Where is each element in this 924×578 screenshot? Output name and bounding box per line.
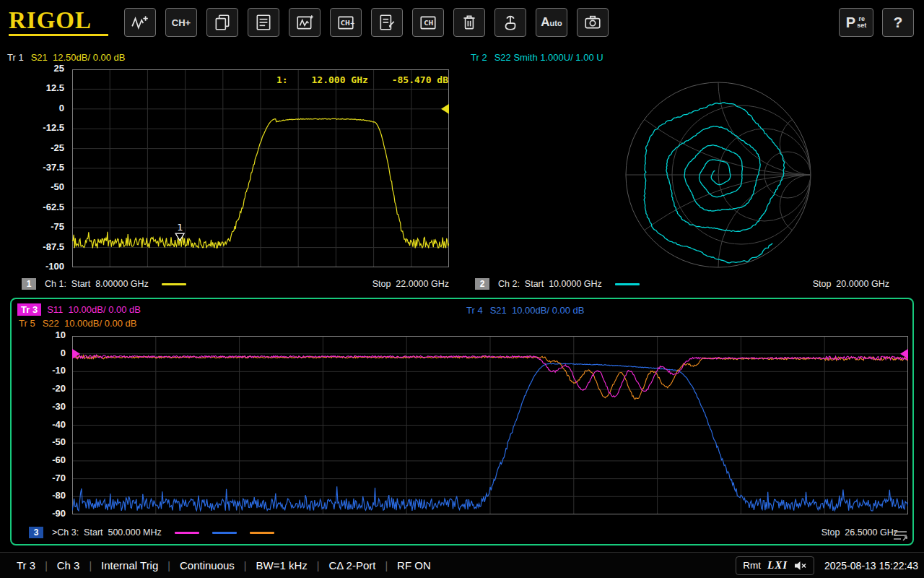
touch-button[interactable] xyxy=(494,8,526,37)
y-tick-label: -20 xyxy=(52,383,66,394)
ch1-trace-header[interactable]: Tr 1 S21 12.50dB/ 0.00 dB xyxy=(7,52,125,63)
tr3-badge[interactable]: Tr 3 xyxy=(17,303,41,316)
window-ch-icon: CH xyxy=(419,13,437,32)
y-tick-label: -87.5 xyxy=(43,241,64,252)
ch2-badge[interactable]: 2 xyxy=(475,278,489,290)
smith-plot-svg xyxy=(502,64,924,275)
trace-plus-icon xyxy=(131,13,149,32)
toolbar: RIGOL CH+ C xyxy=(0,0,924,45)
ch1-footer: 1 Ch 1: Start 8.00000 GHz Stop 22.0000 G… xyxy=(22,277,449,290)
y-tick-label: -50 xyxy=(52,436,66,447)
tr2-label[interactable]: Tr 2 xyxy=(471,52,487,63)
tr4-header[interactable]: Tr 4 S21 10.00dB/ 0.00 dB xyxy=(466,305,584,316)
status-item[interactable]: Tr 3 xyxy=(7,559,45,571)
tr2-color-sample xyxy=(615,283,640,285)
ch2-start-label[interactable]: Ch 2: Start 10.0000 GHz xyxy=(498,279,602,289)
trace-settings-button[interactable] xyxy=(248,8,279,37)
autoscale-label: Auto xyxy=(541,15,562,30)
y-tick-label: -50 xyxy=(51,181,64,192)
status-item[interactable]: Ch 3 xyxy=(48,559,90,571)
ch3-start-label[interactable]: >Ch 3: Start 500.000 MHz xyxy=(52,527,162,538)
preset-button[interactable]: P re set xyxy=(839,8,873,37)
add-channel-button[interactable]: CH+ xyxy=(165,8,197,37)
tr3-header[interactable]: Tr 3 S11 10.00dB/ 0.00 dB xyxy=(17,303,141,316)
y-tick-label: -62.5 xyxy=(43,202,64,212)
y-tick-label: -37.5 xyxy=(43,162,64,173)
list-edit-icon xyxy=(378,13,396,32)
status-item[interactable]: RF ON xyxy=(388,559,440,571)
svg-text:CH: CH xyxy=(424,20,434,27)
tr3-info: S11 10.00dB/ 0.00 dB xyxy=(47,304,141,315)
y-tick-label: -25 xyxy=(51,142,64,153)
ch1-ref-marker xyxy=(441,104,449,114)
new-trace-window-button[interactable] xyxy=(289,8,321,37)
ch3-stop-label[interactable]: Stop 26.5000 GHz xyxy=(821,527,898,538)
marker-id: 1: xyxy=(276,74,288,85)
y-tick-label: -30 xyxy=(52,401,66,412)
status-item[interactable]: Internal Trig xyxy=(92,559,167,571)
ch3-plot-svg xyxy=(72,336,908,514)
svg-text:CH+: CH+ xyxy=(341,20,355,27)
y-tick-label: -70 xyxy=(52,473,66,483)
status-items: Tr 3|Ch 3|Internal Trig|Continuous|BW=1 … xyxy=(7,559,440,571)
y-tick-label: 0 xyxy=(59,103,64,113)
tr1-info: S21 12.50dB/ 0.00 dB xyxy=(31,52,126,63)
copy-icon xyxy=(213,13,232,32)
add-trace-button[interactable] xyxy=(124,8,156,37)
tr1-label[interactable]: Tr 1 xyxy=(7,52,24,63)
ch1-badge[interactable]: 1 xyxy=(22,278,36,290)
ch3-panel[interactable]: Tr 3 S11 10.00dB/ 0.00 dB Tr 4 S21 10.00… xyxy=(10,298,914,545)
status-item[interactable]: BW=1 kHz xyxy=(246,559,316,571)
y-tick-label: -10 xyxy=(52,365,66,376)
ch2-stop-label[interactable]: Stop 20.0000 GHz xyxy=(813,279,889,289)
y-tick-label: -90 xyxy=(52,508,66,519)
ch1-stop-label[interactable]: Stop 22.0000 GHz xyxy=(372,279,449,289)
ch2-trace-header[interactable]: Tr 2 S22 Smith 1.000U/ 1.00 U xyxy=(471,52,603,63)
y-tick-label: 10 xyxy=(56,329,66,340)
y-tick-label: -60 xyxy=(52,454,66,465)
measure-settings-button[interactable] xyxy=(371,8,403,37)
status-item[interactable]: Continuous xyxy=(170,559,244,571)
help-label: ? xyxy=(894,14,903,31)
tr5-info: S22 10.00dB/ 0.00 dB xyxy=(43,318,137,329)
y-tick-label: 0 xyxy=(61,348,66,358)
tr4-label[interactable]: Tr 4 xyxy=(466,305,483,316)
datetime: 2025-08-13 15:22:43 xyxy=(824,560,918,571)
mute-icon[interactable] xyxy=(794,561,807,571)
ch1-y-axis: 2512.50-12.5-25-37.5-50-62.5-75-87.5-100 xyxy=(0,69,68,267)
tr2-info: S22 Smith 1.000U/ 1.00 U xyxy=(494,52,603,63)
rigol-logo: RIGOL xyxy=(9,6,117,39)
tr4-color-sample xyxy=(212,532,237,534)
delete-button[interactable] xyxy=(453,8,485,37)
screenshot-button[interactable] xyxy=(577,8,609,37)
panel-menu-button[interactable] xyxy=(891,528,910,543)
ch1-start-label[interactable]: Ch 1: Start 8.00000 GHz xyxy=(45,279,149,289)
list-icon xyxy=(254,13,273,32)
tr5-label[interactable]: Tr 5 xyxy=(19,318,35,329)
status-item[interactable]: CΔ 2-Port xyxy=(319,559,385,571)
ch3-y-axis: 100-10-20-30-40-50-60-70-80-90 xyxy=(12,336,69,514)
marker-readout: 1: 12.000 GHz -85.470 dB xyxy=(276,74,448,85)
tr5-header[interactable]: Tr 5 S22 10.00dB/ 0.00 dB xyxy=(19,318,136,329)
y-tick-label: -75 xyxy=(51,221,64,232)
ch1-plot-svg: 1 xyxy=(72,69,449,267)
toolbar-right: P re set ? xyxy=(839,8,914,37)
autoscale-button[interactable]: Auto xyxy=(536,8,567,37)
channel-window-button[interactable]: CH xyxy=(412,8,444,37)
tr5-color-sample xyxy=(250,532,274,534)
ch2-footer: 2 Ch 2: Start 10.0000 GHz Stop 20.0000 G… xyxy=(475,277,889,290)
remote-indicators: Rmt LXI xyxy=(736,556,814,575)
rigol-logo-text: RIGOL xyxy=(9,9,117,33)
new-channel-window-button[interactable]: CH+ xyxy=(330,8,362,37)
help-button[interactable]: ? xyxy=(882,8,914,37)
rigol-logo-underline xyxy=(9,34,108,36)
add-channel-label: CH+ xyxy=(172,17,191,28)
window-trace-icon xyxy=(295,13,314,32)
touch-icon xyxy=(501,13,520,32)
tr4-info: S21 10.00dB/ 0.00 dB xyxy=(490,305,585,316)
y-tick-label: -80 xyxy=(52,490,66,501)
status-bar: Tr 3|Ch 3|Internal Trig|Continuous|BW=1 … xyxy=(0,552,924,578)
toolbar-buttons: CH+ CH+ xyxy=(124,8,609,37)
ch3-badge[interactable]: 3 xyxy=(29,527,43,538)
copy-channel-button[interactable] xyxy=(206,8,238,37)
